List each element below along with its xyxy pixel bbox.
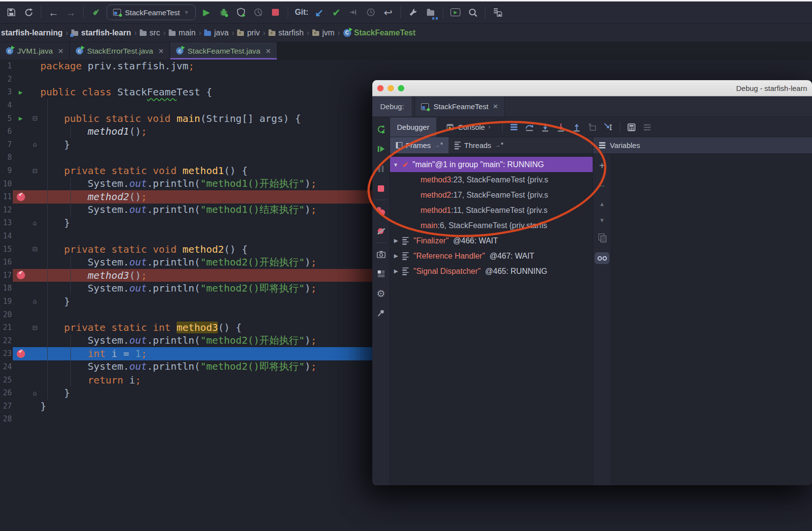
save-all-icon[interactable] (491, 6, 504, 19)
editor-tab-JVM1.java[interactable]: CJVM1.java✕ (0, 42, 70, 59)
pause-icon[interactable] (372, 159, 390, 178)
sync-icon[interactable] (22, 6, 35, 19)
git-commit-icon[interactable]: ✔ (330, 6, 343, 19)
stack-frame-row[interactable]: method1:11, StackFeameTest {priv.s (390, 203, 593, 218)
run-arrow-icon[interactable]: ▶ (19, 88, 23, 96)
fold-open-icon[interactable]: ⊟ (30, 324, 40, 331)
debug-window-titlebar[interactable]: Debug - starfish-learn (372, 80, 812, 96)
breadcrumb-item-StackFeameTest[interactable]: CStackFeameTest (343, 29, 416, 37)
fold-open-icon[interactable]: ⊟ (30, 167, 40, 175)
fold-open-icon[interactable]: ⊟ (30, 245, 40, 253)
frames-threads-list[interactable]: ▼✔"main"@1 in group "main": RUNNINGmetho… (390, 154, 593, 485)
pin-icon[interactable] (372, 303, 390, 323)
coverage-shield-icon[interactable] (235, 6, 247, 19)
force-step-into-icon[interactable] (555, 121, 568, 134)
forward-icon[interactable]: → (64, 6, 77, 19)
search-icon[interactable] (466, 6, 479, 19)
run-to-cursor-icon[interactable] (602, 121, 615, 134)
resume-icon[interactable] (372, 139, 390, 159)
terminal-icon[interactable]: ▶ (449, 6, 462, 19)
breakpoint-icon[interactable] (17, 193, 25, 201)
run-icon[interactable]: ▶ (200, 6, 213, 19)
save-icon[interactable] (5, 6, 18, 19)
tab-console[interactable]: Console › (439, 118, 497, 137)
show-execution-point-icon[interactable] (508, 121, 520, 134)
chevron-down-icon[interactable]: ▼ (393, 162, 398, 168)
move-down-icon[interactable]: ▼ (599, 217, 605, 223)
step-out-icon[interactable] (571, 121, 583, 134)
minimize-window-icon[interactable] (388, 85, 394, 91)
view-breakpoints-icon[interactable] (372, 202, 390, 221)
rollback-icon[interactable]: ↩ (382, 6, 394, 19)
stop-icon[interactable] (269, 6, 282, 19)
show-watches-icon[interactable] (595, 252, 609, 264)
project-structure-icon[interactable] (424, 6, 437, 19)
evaluate-expression-icon[interactable] (625, 121, 638, 134)
editor-tab-StackErrorTest.java[interactable]: CStackErrorTest.java✕ (70, 42, 170, 59)
breakpoint-icon[interactable] (17, 350, 25, 358)
git-history-icon[interactable] (364, 6, 377, 19)
breadcrumb-item-jvm[interactable]: jvm (312, 29, 334, 37)
close-icon[interactable]: ✕ (493, 103, 498, 110)
wrench-icon[interactable] (407, 6, 420, 19)
breadcrumb-item-priv[interactable]: priv (237, 29, 260, 37)
restore-layout-icon[interactable] (372, 264, 390, 284)
tab-threads[interactable]: Threads → (449, 137, 509, 153)
breadcrumb-item-starfish-learn[interactable]: starfish-learn (71, 29, 131, 37)
profiler-icon[interactable] (252, 6, 265, 19)
run-configuration-select[interactable]: StackFeameTest ▼ (107, 4, 196, 20)
breadcrumb-item-starfish-learning[interactable]: starfish-learning (1, 29, 62, 37)
add-watch-icon[interactable]: + (599, 161, 605, 171)
stop-debug-icon[interactable] (372, 178, 390, 198)
maximize-window-icon[interactable] (398, 85, 404, 91)
fold-close-icon[interactable]: ⌂ (30, 297, 40, 305)
close-tab-icon[interactable]: ✕ (58, 47, 63, 55)
debug-session-tab[interactable]: StackFeameTest ✕ (415, 96, 505, 117)
code-text: } (40, 217, 70, 229)
close-window-icon[interactable] (377, 85, 384, 91)
chevron-right-icon[interactable]: ▶ (394, 253, 398, 259)
breadcrumb-item-starfish[interactable]: starfish (269, 29, 304, 37)
remove-watch-icon[interactable]: − (599, 181, 605, 191)
settings-gear-icon[interactable]: ⚙ (372, 284, 390, 303)
variables-panel[interactable] (611, 154, 812, 485)
duplicate-icon[interactable] (599, 234, 606, 242)
code-line-1[interactable]: 1package priv.starfish.jvm; (0, 59, 812, 73)
breadcrumb-item-main[interactable]: main (169, 29, 196, 37)
stack-frame-row[interactable]: main:6, StackFeameTest {priv.starfis (390, 218, 593, 233)
layout-settings-icon[interactable] (641, 121, 654, 134)
rerun-icon[interactable] (372, 119, 390, 139)
editor-tab-StackFeameTest.java[interactable]: CStackFeameTest.java✕ (170, 42, 277, 59)
move-up-icon[interactable]: ▲ (599, 201, 605, 207)
stack-frame-row[interactable]: method2:17, StackFeameTest {priv.s (390, 187, 593, 203)
fold-close-icon[interactable]: ⌂ (30, 141, 40, 148)
git-merge-icon[interactable] (347, 6, 360, 19)
stack-frame-row[interactable]: method3:23, StackFeameTest {priv.s (390, 172, 593, 187)
back-icon[interactable]: ← (47, 6, 60, 19)
fold-close-icon[interactable]: ⌂ (30, 389, 40, 397)
breadcrumb-item-java[interactable]: java (204, 29, 228, 37)
build-hammer-icon[interactable] (90, 6, 102, 19)
step-over-icon[interactable] (523, 121, 536, 134)
close-tab-icon[interactable]: ✕ (265, 47, 271, 55)
thread-dump-camera-icon[interactable] (372, 244, 390, 264)
step-into-icon[interactable] (539, 121, 552, 134)
run-arrow-icon[interactable]: ▶ (19, 115, 23, 122)
drop-frame-icon[interactable] (586, 121, 599, 134)
debug-bug-icon[interactable] (217, 6, 230, 19)
thread-row[interactable]: ▶"Finalizer"@466: WAIT (390, 233, 593, 248)
mute-breakpoints-icon[interactable] (372, 221, 390, 241)
tab-debugger[interactable]: Debugger (390, 118, 436, 137)
thread-row[interactable]: ▶"Reference Handler"@467: WAIT (390, 248, 593, 264)
thread-row[interactable]: ▶"Signal Dispatcher"@465: RUNNING (390, 264, 593, 279)
breadcrumb-item-src[interactable]: src (140, 29, 160, 37)
fold-open-icon[interactable]: ⊟ (30, 115, 40, 122)
tab-frames[interactable]: Frames → (390, 137, 449, 153)
close-tab-icon[interactable]: ✕ (158, 47, 164, 55)
chevron-right-icon[interactable]: ▶ (394, 268, 398, 274)
fold-close-icon[interactable]: ⌂ (30, 219, 40, 227)
chevron-right-icon[interactable]: ▶ (394, 237, 398, 244)
breakpoint-icon[interactable] (17, 271, 25, 279)
git-update-icon[interactable]: ↙ (313, 6, 326, 19)
main-thread-row[interactable]: ▼✔"main"@1 in group "main": RUNNING (390, 157, 593, 172)
